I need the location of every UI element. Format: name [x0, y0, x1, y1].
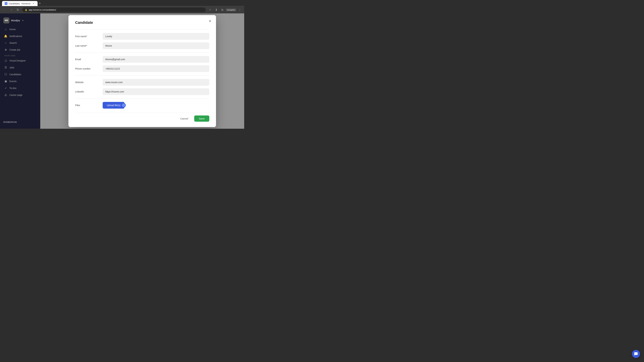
modal-footer: Cancel Save	[75, 113, 209, 122]
user-name: Moodjoy	[11, 19, 20, 22]
sidebar-item-todos[interactable]: ✓ To-dos	[2, 85, 38, 91]
save-button[interactable]: Save	[194, 115, 209, 122]
sidebar-events-label: Events	[10, 80, 16, 83]
sidebar-home-label: Home	[10, 28, 16, 31]
sidebar-user[interactable]: MM Moodjoy ▾	[0, 16, 40, 26]
website-row: Website	[75, 79, 209, 86]
social-section: Website LinkedIn	[75, 75, 209, 95]
tab-favicon: H	[5, 2, 8, 5]
url-text: app.homerun.co/candidates/	[29, 8, 203, 11]
sidebar-nav: ⌂ Home 🔔 Notifications ○ Search ⊕ Create…	[0, 26, 40, 118]
email-row: Email	[75, 56, 209, 63]
split-screen-button[interactable]: ⧉	[220, 7, 224, 12]
sidebar-jobs-label: Jobs	[10, 66, 14, 69]
user-chevron-icon: ▾	[22, 19, 23, 22]
plus-circle-icon: ⊕	[4, 48, 8, 51]
todos-icon: ✓	[4, 86, 8, 90]
browser-actions: ☆ ⬇ ⧉ Incognito ⋮	[208, 7, 242, 12]
bell-icon: 🔔	[4, 34, 8, 38]
tab-bar: H Candidates · Homerun ✕ +	[0, 0, 244, 6]
jobs-icon: ☰	[4, 66, 8, 69]
new-tab-button[interactable]: +	[38, 1, 42, 6]
menu-button[interactable]: ⋮	[238, 7, 242, 12]
phone-label: Phone number	[75, 67, 98, 70]
back-button[interactable]: ←	[2, 7, 7, 12]
sidebar-candidates-label: Candidates	[10, 73, 21, 76]
upload-button-label: Upload file(s)	[107, 104, 120, 107]
sidebar-item-career-page[interactable]: ◎ Career page	[2, 92, 38, 98]
files-label: Files	[75, 104, 98, 107]
tab-title: Candidates · Homerun	[9, 2, 30, 5]
job-icon: ◻	[4, 59, 8, 62]
sidebar-item-notifications[interactable]: 🔔 Notifications	[2, 33, 38, 39]
last-name-input[interactable]	[103, 42, 209, 49]
first-name-input[interactable]	[103, 33, 209, 40]
candidates-icon: ☐	[4, 73, 8, 76]
sidebar-item-events[interactable]: ▣ Events	[2, 78, 38, 84]
user-avatar: MM	[3, 17, 10, 23]
sidebar-notifications-label: Notifications	[10, 35, 22, 37]
files-row: Files Upload file(s)	[75, 102, 209, 109]
main-content: MM Moodjoy ▾ ⌂ Home 🔔 Notifications ○ Se…	[0, 13, 244, 129]
phone-input[interactable]	[103, 65, 209, 72]
contact-section: Email Phone number	[75, 52, 209, 72]
sidebar-search-label: Search	[10, 41, 17, 44]
sidebar-item-search[interactable]: ○ Search	[2, 40, 38, 46]
sidebar-item-home[interactable]: ⌂ Home	[2, 26, 38, 32]
sidebar-visual-designer-label: Visual Designer	[10, 59, 26, 62]
last-name-label: Last name	[75, 44, 98, 47]
sidebar-career-page-label: Career page	[10, 94, 22, 96]
email-input[interactable]	[103, 56, 209, 63]
files-section: Files Upload file(s)	[75, 98, 209, 109]
modal-title: Candidate	[75, 20, 209, 25]
home-icon: ⌂	[4, 28, 8, 31]
sidebar-create-job-label: Create job	[10, 48, 20, 51]
name-section: First name Last name	[75, 29, 209, 49]
candidate-modal: Candidate ✕ First name Last name	[68, 15, 216, 127]
page-area: Candidate ✕ First name Last name	[40, 13, 244, 129]
cancel-button[interactable]: Cancel	[177, 115, 192, 122]
sidebar-todos-label: To-dos	[10, 87, 16, 89]
sidebar-item-create-job[interactable]: ⊕ Create job	[2, 46, 38, 53]
download-button[interactable]: ⬇	[214, 7, 218, 12]
sidebar-logo: HOMERUN	[0, 118, 40, 126]
lock-icon: 🔒	[25, 9, 27, 11]
sidebar-item-candidates[interactable]: ☐ Candidates	[2, 71, 38, 78]
events-icon: ▣	[4, 80, 8, 83]
address-bar-row: ← → ↻ 🔒 app.homerun.co/candidates/ ☆ ⬇ ⧉…	[0, 6, 244, 13]
sidebar: MM Moodjoy ▾ ⌂ Home 🔔 Notifications ○ Se…	[0, 13, 40, 129]
search-icon: ○	[4, 41, 8, 44]
linkedin-row: LinkedIn	[75, 88, 209, 95]
first-name-label: First name	[75, 35, 98, 38]
sidebar-section-label: YOUR JOBS	[2, 53, 38, 57]
tab-close-button[interactable]: ✕	[32, 2, 35, 5]
website-input[interactable]	[103, 79, 209, 86]
modal-close-button[interactable]: ✕	[207, 18, 213, 24]
last-name-row: Last name	[75, 42, 209, 49]
sidebar-item-jobs[interactable]: ☰ Jobs	[2, 64, 38, 71]
linkedin-label: LinkedIn	[75, 90, 98, 93]
email-label: Email	[75, 58, 98, 61]
sidebar-item-visual-designer[interactable]: ◻ Visual Designer	[2, 57, 38, 64]
phone-row: Phone number	[75, 65, 209, 72]
career-page-icon: ◎	[4, 93, 8, 96]
website-label: Website	[75, 81, 98, 84]
incognito-badge: Incognito	[226, 8, 236, 11]
bookmark-button[interactable]: ☆	[208, 7, 212, 12]
linkedin-input[interactable]	[103, 88, 209, 95]
first-name-row: First name	[75, 33, 209, 40]
upload-files-button[interactable]: Upload file(s)	[103, 102, 124, 109]
forward-button[interactable]: →	[9, 7, 14, 12]
reload-button[interactable]: ↻	[16, 7, 20, 12]
address-bar[interactable]: 🔒 app.homerun.co/candidates/	[22, 7, 206, 12]
modal-overlay[interactable]: Candidate ✕ First name Last name	[40, 13, 244, 129]
active-tab[interactable]: H Candidates · Homerun ✕	[2, 1, 38, 6]
